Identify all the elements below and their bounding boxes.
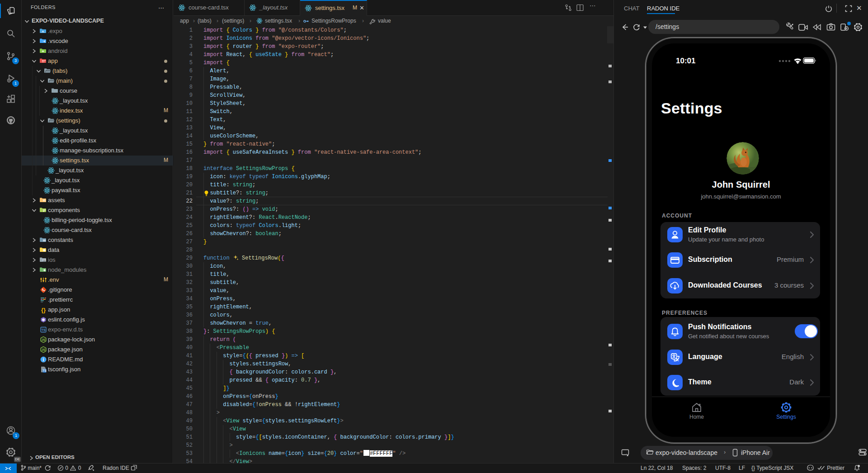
svg-text:TS: TS	[41, 328, 46, 332]
svg-text:JS: JS	[42, 338, 46, 341]
svg-text:{}: {}	[41, 307, 46, 313]
svg-text:TS: TS	[42, 369, 47, 372]
svg-text:A: A	[675, 357, 679, 362]
svg-text:iOS: iOS	[42, 259, 46, 261]
svg-text:JS: JS	[42, 348, 46, 351]
